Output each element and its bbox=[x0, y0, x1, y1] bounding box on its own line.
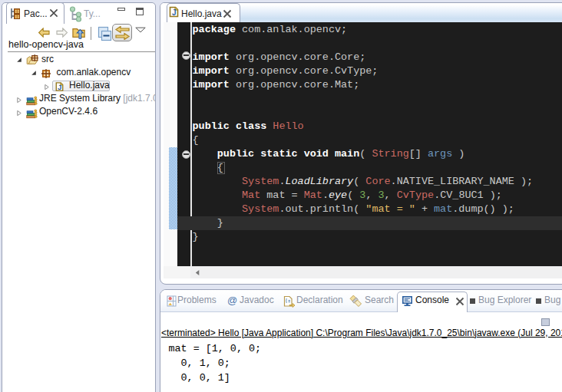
svg-text:J: J bbox=[58, 83, 61, 91]
svg-text:J: J bbox=[172, 8, 177, 17]
